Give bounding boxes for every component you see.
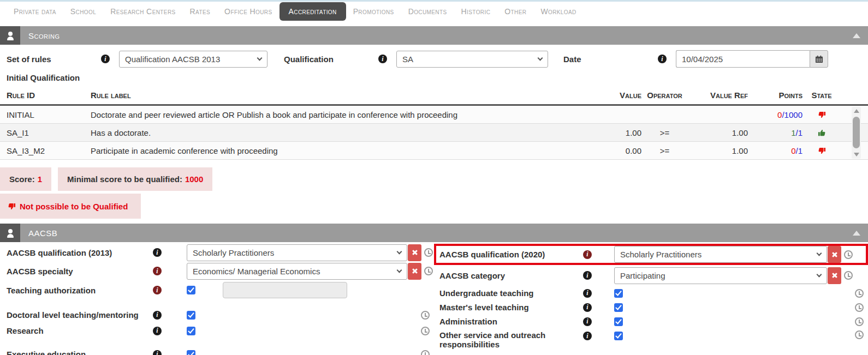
chevron-down-icon: [817, 251, 822, 256]
thumbs-down-icon: [818, 147, 826, 155]
history-clock-icon[interactable]: [421, 350, 430, 355]
info-icon[interactable]: [583, 303, 592, 312]
rule-points: 1/1: [748, 128, 802, 137]
history-clock-icon[interactable]: [855, 330, 864, 339]
qualification-select[interactable]: SA: [396, 51, 548, 68]
history-clock-icon[interactable]: [855, 303, 864, 312]
teaching-authorization-input: [223, 282, 347, 298]
executive-education-checkbox[interactable]: [187, 350, 195, 355]
masters-teaching-checkbox[interactable]: [614, 303, 623, 312]
aacsb-specialty-row: AACSB specialty Economics/ Managerial Ec…: [7, 262, 434, 280]
info-icon[interactable]: [658, 55, 667, 63]
administration-checkbox[interactable]: [614, 317, 623, 326]
minimal-score-value: 1000: [185, 175, 203, 184]
score-value: 1: [38, 175, 42, 184]
qualification-label: Qualification: [284, 55, 370, 64]
info-icon[interactable]: [583, 289, 592, 298]
tab-rates[interactable]: Rates: [183, 2, 218, 21]
tab-other[interactable]: Other: [497, 2, 533, 21]
history-clock-icon[interactable]: [844, 271, 853, 280]
info-icon-required[interactable]: [153, 286, 162, 294]
clear-button[interactable]: [408, 244, 421, 261]
undergraduate-teaching-checkbox[interactable]: [614, 289, 623, 298]
date-input[interactable]: [676, 50, 810, 68]
research-checkbox[interactable]: [187, 327, 195, 335]
aacsb-category-row: AACSB category Participating: [439, 267, 868, 284]
other-service-checkbox[interactable]: [614, 332, 623, 340]
info-icon[interactable]: [101, 55, 110, 63]
aacsb-qualification-2020-value: Scholarly Practitioners: [620, 250, 817, 259]
clear-button[interactable]: [828, 246, 841, 263]
scroll-up-icon[interactable]: [854, 109, 859, 113]
history-clock-icon[interactable]: [855, 289, 864, 298]
info-icon[interactable]: [583, 332, 592, 340]
tab-research-centers[interactable]: Research Centers: [103, 2, 182, 21]
info-icon[interactable]: [583, 271, 592, 280]
history-clock-icon[interactable]: [844, 250, 853, 259]
executive-education-label: Executive education: [7, 350, 147, 355]
history-clock-icon[interactable]: [424, 267, 433, 275]
tab-private-data[interactable]: Private data: [7, 2, 63, 21]
aacsb-category-value: Participating: [620, 271, 817, 280]
rules-table: Rule ID Rule label Value Operator Value …: [0, 86, 868, 160]
rule-id: SA_I1: [0, 128, 91, 137]
scrollbar-thumb[interactable]: [853, 117, 860, 148]
scroll-down-icon[interactable]: [854, 153, 859, 157]
rule-label: Participate in academic conference with …: [91, 146, 581, 155]
initial-qualification-title: Initial Qualification: [7, 73, 868, 82]
aacsb-qualification-2020-select[interactable]: Scholarly Practitioners: [614, 246, 827, 263]
info-icon[interactable]: [378, 55, 387, 63]
scoring-section-title: Scoring: [28, 31, 60, 40]
info-icon[interactable]: [153, 327, 162, 335]
rule-label: Has a doctorate.: [91, 128, 581, 137]
teaching-authorization-checkbox[interactable]: [187, 286, 195, 294]
aacsb-specialty-select[interactable]: Economics/ Managerial Economics: [187, 263, 407, 280]
aacsb-specialty-label: AACSB specialty: [7, 267, 147, 276]
calendar-icon: [815, 55, 823, 63]
tab-school[interactable]: School: [63, 2, 103, 21]
executive-education-row: Executive education: [7, 347, 434, 355]
info-icon-required[interactable]: [153, 267, 162, 275]
history-clock-icon[interactable]: [421, 311, 430, 320]
chevron-down-icon: [538, 55, 543, 61]
history-clock-icon[interactable]: [855, 317, 864, 326]
set-of-rules-select[interactable]: Qualification AACSB 2013: [119, 51, 267, 68]
table-header-row: Rule ID Rule label Value Operator Value …: [0, 86, 868, 106]
chevron-down-icon: [817, 272, 822, 277]
info-icon[interactable]: [153, 350, 162, 355]
collapse-arrow-icon[interactable]: [853, 33, 860, 38]
info-icon[interactable]: [153, 248, 162, 257]
tab-historic[interactable]: Historic: [454, 2, 498, 21]
clear-button[interactable]: [828, 267, 841, 284]
set-of-rules-label: Set of rules: [7, 55, 93, 64]
history-clock-icon[interactable]: [424, 248, 433, 257]
aacsb-qualification-2013-label: AACSB qualification (2013): [7, 248, 147, 257]
history-clock-icon[interactable]: [421, 327, 430, 335]
research-label: Research: [7, 326, 147, 335]
info-icon[interactable]: [153, 311, 162, 320]
research-row: Research: [7, 324, 434, 338]
chevron-down-icon: [397, 267, 402, 273]
tab-promotions[interactable]: Promotions: [346, 2, 401, 21]
rule-points: 0/1: [748, 146, 802, 155]
clear-button[interactable]: [408, 263, 421, 280]
tab-accreditation[interactable]: Accreditation: [280, 2, 346, 21]
collapse-arrow-icon[interactable]: [853, 231, 860, 236]
doctoral-teaching-checkbox[interactable]: [187, 311, 195, 320]
tab-documents[interactable]: Documents: [401, 2, 454, 21]
aacsb-qualification-2013-select[interactable]: Scholarly Practitioners: [187, 244, 407, 261]
tab-office-hours[interactable]: Office Hours: [217, 2, 279, 21]
qualification-status-text: Not possible to be Qualified: [20, 202, 128, 211]
col-header-rule-id: Rule ID: [0, 91, 91, 100]
info-icon-required[interactable]: [583, 250, 592, 259]
aacsb-category-select[interactable]: Participating: [614, 267, 827, 284]
col-header-value-ref: Value Ref: [688, 91, 748, 100]
tab-workload[interactable]: Workload: [533, 2, 583, 21]
table-scrollbar[interactable]: [852, 107, 861, 159]
table-row: INITIAL Doctorate and peer reviewed arti…: [0, 106, 868, 124]
calendar-button[interactable]: [810, 50, 828, 68]
administration-label: Administration: [439, 317, 578, 326]
rule-points: 0/1000: [748, 110, 802, 119]
info-icon[interactable]: [583, 317, 592, 326]
other-service-row: Other service and outreach responsibilit…: [439, 329, 868, 351]
